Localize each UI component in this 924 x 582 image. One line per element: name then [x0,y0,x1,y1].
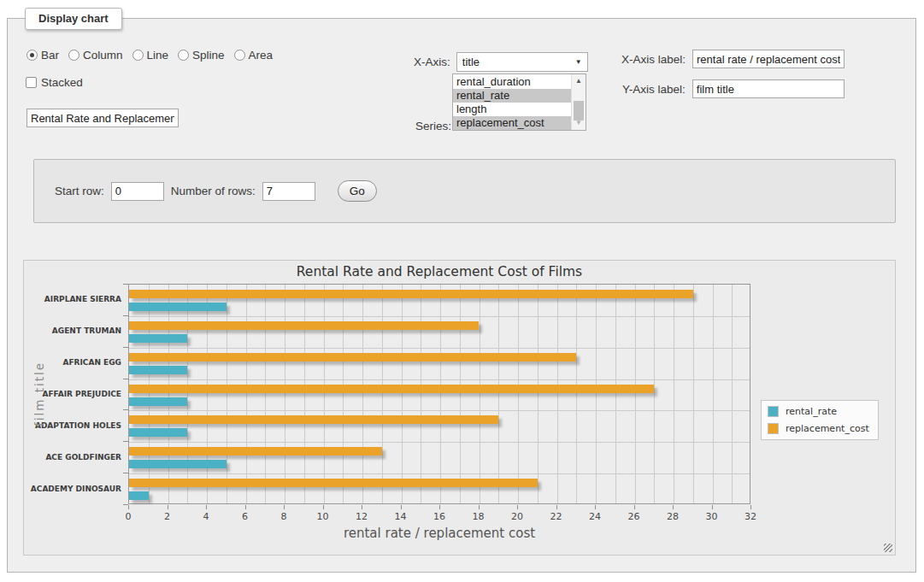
category-label: ACADEMY DINOSAUR [26,485,121,493]
series-listbox[interactable]: rental_durationrental_ratelengthreplacem… [452,73,586,131]
grid-line-vertical [480,285,480,503]
x-tick-mark [401,505,402,509]
series-option-length[interactable]: length [453,103,571,116]
x-tick-mark [284,505,285,509]
x-axis-selected-value: title [462,56,480,68]
radio-icon[interactable] [26,50,38,61]
stacked-checkbox-row[interactable]: Stacked [26,76,83,89]
category-label: AIRPLANE SIERRA [26,295,121,303]
num-rows-input[interactable] [262,182,315,201]
x-tick-mark [750,505,751,509]
panel-legend: Display chart [25,8,122,30]
series-listbox-scrollbar[interactable]: ▲ ▼ [571,74,586,130]
grid-line-vertical [168,285,169,503]
x-tick-mark [128,505,129,509]
bar-replacement_cost-affair-prejudice [129,385,654,393]
bar-replacement_cost-ace-goldfinger [129,447,382,456]
bar-replacement_cost-airplane-sierra [129,290,693,298]
legend-item-replacement_cost: replacement_cost [768,423,869,434]
chart-title-input[interactable] [26,109,179,127]
x-axis-label-row: X-Axis label: [621,50,845,68]
grid-line-horizontal [129,410,750,411]
grid-line-vertical [421,285,421,503]
go-button[interactable]: Go [338,180,377,202]
series-option-rental_rate[interactable]: rental_rate [453,89,571,103]
chart-x-axis-title: rental rate / replacement cost [128,526,750,541]
x-tick-label: 26 [617,511,651,522]
radio-icon[interactable] [68,50,79,61]
x-tick-label: 24 [578,511,612,522]
stacked-checkbox[interactable] [26,77,37,88]
grid-line-vertical [576,285,577,503]
bar-replacement_cost-agent-truman [129,321,479,330]
x-tick-mark [634,505,635,509]
grid-line-vertical [713,285,714,503]
x-axis-label-input[interactable] [692,50,845,68]
x-axis-select[interactable]: title ▼ [456,52,588,72]
y-axis-label-row: Y-Axis label: [622,79,845,98]
x-tick-mark [245,505,246,509]
grid-line-vertical [498,285,499,503]
x-tick-mark [595,505,596,509]
x-tick-mark [362,505,362,509]
x-axis-select-row: X-Axis: title ▼ [414,52,588,72]
y-tick-mark [123,409,128,410]
category-label: ACE GOLDFINGER [26,453,121,461]
x-axis-select-label: X-Axis: [414,56,450,68]
legend-label-rental_rate: rental_rate [786,406,837,417]
x-tick-mark [439,505,440,509]
resize-handle-icon[interactable] [884,544,892,552]
stacked-label: Stacked [41,76,83,89]
x-tick-label: 0 [111,511,145,522]
grid-line-vertical [402,285,403,503]
grid-line-vertical [538,285,539,503]
grid-line-vertical [460,285,461,503]
legend-swatch-rental_rate [768,406,779,417]
grid-line-vertical [732,285,733,503]
chart-type-radio-bar[interactable]: Bar [26,49,59,62]
chart-type-label: Line [147,49,169,62]
series-option-replacement_cost[interactable]: replacement_cost [453,116,571,130]
legend-label-replacement_cost: replacement_cost [786,423,869,434]
chart-type-radio-area[interactable]: Area [234,49,274,62]
x-axis-label-label: X-Axis label: [621,53,686,66]
x-tick-label: 32 [733,511,768,522]
series-listbox-label: Series: [415,120,451,132]
grid-line-horizontal [129,379,750,380]
x-tick-label: 4 [189,511,223,522]
grid-line-horizontal [129,442,750,443]
x-tick-mark [168,505,168,509]
x-tick-mark [479,505,480,509]
chart-type-radio-line[interactable]: Line [132,49,169,62]
grid-line-vertical [635,285,636,503]
chart-type-radio-spline[interactable]: Spline [178,49,225,62]
bar-rental_rate-african-egg [129,366,187,374]
grid-line-vertical [187,285,188,503]
chart-legend: rental_ratereplacement_cost [761,400,879,440]
bar-rental_rate-adaptation-holes [129,428,187,437]
y-tick-mark [123,284,128,285]
chart-type-label: Bar [41,49,59,62]
y-axis-label-input[interactable] [692,79,845,98]
y-tick-mark [123,441,128,442]
x-tick-label: 20 [500,511,534,522]
chart-type-radio-column[interactable]: Column [68,49,123,62]
x-tick-mark [556,505,557,509]
y-tick-mark [123,473,128,473]
chart-title: Rental Rate and Replacement Cost of Film… [128,264,750,279]
grid-line-vertical [285,285,285,503]
radio-icon[interactable] [178,50,189,61]
row-controls-box: Start row: Number of rows: Go [33,159,896,223]
radio-icon[interactable] [132,50,144,61]
chart-type-label: Area [249,49,274,62]
chart-container: Rental Rate and Replacement Cost of Film… [23,260,896,556]
grid-line-horizontal [129,473,750,474]
scroll-up-icon[interactable]: ▲ [572,75,586,87]
scroll-down-icon[interactable]: ▼ [572,117,586,129]
y-tick-mark [123,347,128,348]
x-tick-label: 12 [344,511,379,522]
bar-rental_rate-academy-dinosaur [129,491,149,500]
start-row-input[interactable] [111,182,164,201]
series-option-rental_duration[interactable]: rental_duration [453,75,571,89]
radio-icon[interactable] [234,50,245,61]
